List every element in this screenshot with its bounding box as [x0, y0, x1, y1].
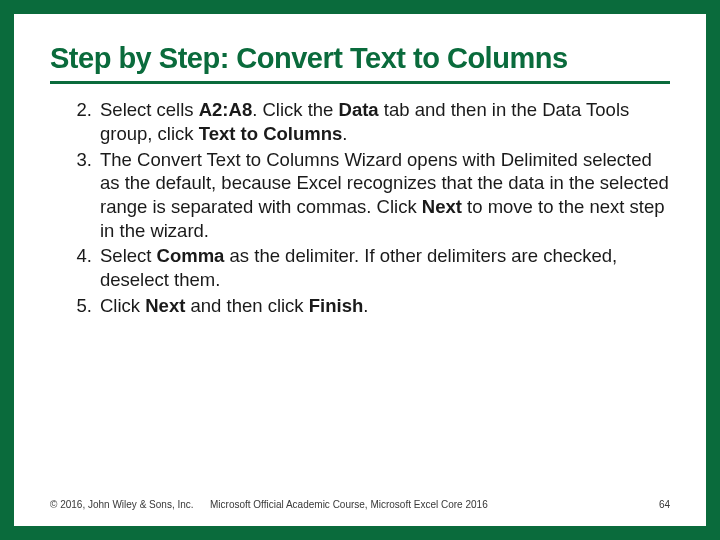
step-text: Click Next and then click Finish. [100, 295, 368, 316]
step-number: 4. [64, 244, 92, 268]
step-number: 5. [64, 294, 92, 318]
step-number: 2. [64, 98, 92, 122]
step-number: 3. [64, 148, 92, 172]
page-number: 64 [659, 499, 670, 510]
step-text: Select Comma as the delimiter. If other … [100, 245, 617, 290]
footer: © 2016, John Wiley & Sons, Inc. Microsof… [50, 499, 670, 510]
step-list: 2.Select cells A2:A8. Click the Data tab… [50, 98, 670, 317]
copyright-text: © 2016, John Wiley & Sons, Inc. [50, 499, 194, 510]
step-text: Select cells A2:A8. Click the Data tab a… [100, 99, 629, 144]
step-item: 4.Select Comma as the delimiter. If othe… [50, 244, 670, 291]
slide-title: Step by Step: Convert Text to Columns [50, 42, 670, 75]
title-rule [50, 81, 670, 84]
step-text: The Convert Text to Columns Wizard opens… [100, 149, 669, 241]
step-item: 2.Select cells A2:A8. Click the Data tab… [50, 98, 670, 145]
content-area: Step by Step: Convert Text to Columns 2.… [14, 14, 706, 317]
course-text: Microsoft Official Academic Course, Micr… [210, 499, 488, 510]
step-item: 3.The Convert Text to Columns Wizard ope… [50, 148, 670, 243]
step-item: 5.Click Next and then click Finish. [50, 294, 670, 318]
slide: Step by Step: Convert Text to Columns 2.… [14, 14, 706, 526]
